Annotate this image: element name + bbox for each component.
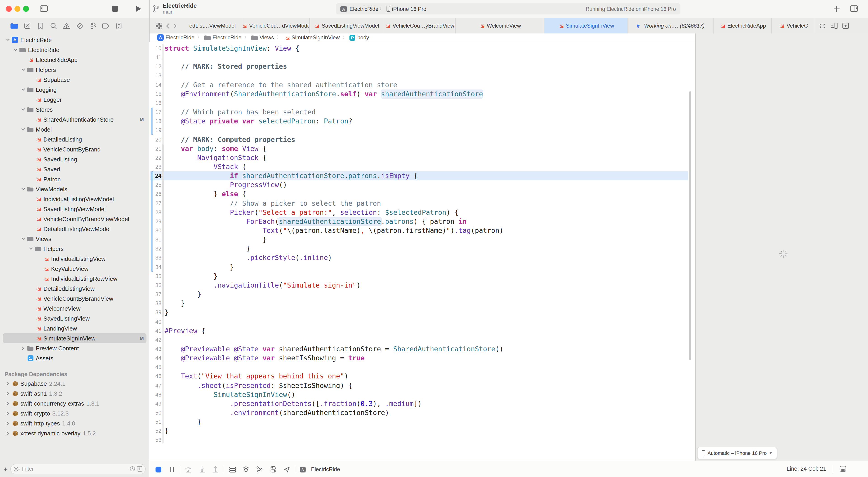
code-line-36[interactable]: .navigationTitle("Simulate sign-in")	[164, 281, 361, 290]
breadcrumb-item[interactable]: ElectricRide	[157, 34, 194, 41]
sidebar-item-swift-asn1[interactable]: swift-asn11.3.2	[0, 388, 149, 398]
code-line-46[interactable]: Text("View that appears behind this one"…	[164, 372, 348, 381]
code-line-37[interactable]: }	[164, 290, 202, 299]
sidebar-item-vehiclecountbybrand[interactable]: VehicleCountByBrand	[0, 144, 149, 154]
inspector-toggle-icon[interactable]	[850, 5, 858, 12]
sidebar-item-swift-http-types[interactable]: swift-http-types1.4.0	[0, 418, 149, 428]
code-line-15[interactable]: @Environment(SharedAuthenticationStore.s…	[164, 90, 483, 98]
go-back-icon[interactable]	[166, 23, 169, 29]
sidebar-item-vehiclecountbybrandview[interactable]: VehicleCountByBrandView	[0, 293, 149, 303]
sidebar-item-electricride[interactable]: ElectricRide	[0, 35, 149, 45]
breadcrumb-item[interactable]: SimulateSignInView	[284, 34, 340, 41]
sidebar-item-individuallistingviewmodel[interactable]: IndividualListingViewModel	[0, 194, 149, 204]
code-line-29[interactable]: ForEach(sharedAuthenticationStore.patron…	[164, 217, 467, 226]
sidebar-item-helpers[interactable]: Helpers	[0, 244, 149, 254]
disclosure-down-icon[interactable]	[4, 38, 11, 41]
destination-name[interactable]: iPhone 16 Pro	[392, 6, 426, 12]
disclosure-down-icon[interactable]	[20, 188, 26, 190]
scheme-destination-bar[interactable]: A ElectricRide 〉 iPhone 16 Pro Running E…	[336, 3, 680, 14]
code-line-30[interactable]: Text("\(patron.lastName), \(patron.first…	[164, 226, 503, 235]
breakpoints-toggle-icon[interactable]	[153, 464, 164, 475]
tab-vehiclecou-dviewmodel[interactable]: VehicleCou…dViewModel	[243, 18, 310, 33]
sidebar-item-vehiclecountbybrandviewmodel[interactable]: VehicleCountByBrandViewModel	[0, 214, 149, 224]
sidebar-item-sharedauthenticationstore[interactable]: SharedAuthenticationStoreM	[0, 114, 149, 124]
source-editor[interactable]: 10struct SimulateSignInView: View {1112 …	[149, 42, 695, 461]
library-plus-button[interactable]	[833, 5, 840, 12]
add-file-button[interactable]: +	[4, 465, 8, 473]
code-line-35[interactable]: }	[164, 272, 218, 281]
sidebar-item-savedlisting[interactable]: SavedListing	[0, 154, 149, 164]
breadcrumb-item[interactable]: Pbody	[350, 34, 369, 41]
code-line-14[interactable]: // Get a reference to the shared authent…	[164, 80, 397, 89]
editor-scrollbar[interactable]	[689, 91, 691, 360]
project-navigator-icon[interactable]	[9, 21, 19, 31]
code-line-50[interactable]: .environment(sharedAuthenticationStore)	[164, 408, 389, 417]
pause-icon[interactable]	[166, 464, 177, 475]
sidebar-item-detailedlistingviewmodel[interactable]: DetailedListingViewModel	[0, 224, 149, 234]
sidebar-item-viewmodels[interactable]: ViewModels	[0, 184, 149, 194]
code-line-52[interactable]: }	[164, 426, 168, 436]
tab-vehiclec[interactable]: VehicleC	[772, 18, 814, 33]
code-line-33[interactable]: .pickerStyle(.inline)	[164, 254, 332, 263]
go-forward-icon[interactable]	[173, 23, 177, 29]
code-line-47[interactable]: .sheet(isPresented: $sheetIsShowing) {	[164, 381, 352, 390]
code-line-38[interactable]: }	[164, 299, 185, 308]
code-line-23[interactable]: VStack {	[164, 162, 246, 171]
issue-navigator-icon[interactable]	[61, 21, 71, 31]
source-control-status-icon[interactable]	[137, 466, 143, 472]
sidebar-item-detailedlisting[interactable]: DetailedListing	[0, 134, 149, 144]
code-line-21[interactable]: var body: some View {	[164, 144, 267, 153]
tab-savedlistingviewmodel[interactable]: SavedListingViewModel	[310, 18, 383, 33]
environment-overrides-icon[interactable]	[268, 464, 278, 475]
debug-navigator-icon[interactable]	[88, 21, 98, 31]
sidebar-item-keyvalueview[interactable]: KeyValueView	[0, 264, 149, 273]
step-over-icon[interactable]	[183, 464, 194, 475]
sidebar-item-detailedlistingview[interactable]: DetailedListingView	[0, 284, 149, 293]
disclosure-right-icon[interactable]	[4, 431, 11, 435]
simulate-location-icon[interactable]	[281, 464, 292, 475]
code-line-20[interactable]: // MARK: Computed properties	[164, 135, 295, 144]
disclosure-down-icon[interactable]	[20, 68, 26, 71]
disclosure-right-icon[interactable]	[4, 401, 11, 405]
sidebar-item-simulatesigninview[interactable]: SimulateSignInViewM	[0, 333, 149, 343]
code-line-43[interactable]: @Previewable @State var sharedAuthentica…	[164, 345, 503, 354]
tab-simulatesigninview[interactable]: SimulateSignInView	[544, 18, 628, 33]
sidebar-item-xctest-dynamic-overlay[interactable]: xctest-dynamic-overlay1.5.2	[0, 428, 149, 438]
code-line-26[interactable]: } else {	[164, 190, 246, 199]
sidebar-item-views[interactable]: Views	[0, 234, 149, 244]
code-line-31[interactable]: }	[164, 235, 267, 244]
sidebar-item-stores[interactable]: Stores	[0, 105, 149, 114]
close-window-button[interactable]	[6, 6, 12, 12]
code-line-12[interactable]: // MARK: Stored properties	[164, 62, 287, 71]
run-button[interactable]	[135, 5, 142, 12]
tab-electricrideapp[interactable]: ElectricRideApp	[714, 18, 772, 33]
disclosure-down-icon[interactable]	[20, 237, 26, 240]
disclosure-down-icon[interactable]	[20, 108, 26, 111]
tab-working-on-6246617-[interactable]: #Working on…. (6246617)	[628, 18, 714, 33]
step-out-icon[interactable]	[210, 464, 221, 475]
code-line-25[interactable]: ProgressView()	[164, 181, 287, 190]
recent-files-icon[interactable]	[130, 466, 135, 472]
disclosure-right-icon[interactable]	[4, 381, 11, 385]
sidebar-item-electricride[interactable]: ElectricRide	[0, 45, 149, 55]
view-hierarchy-icon[interactable]	[227, 464, 238, 475]
sidebar-item-patron[interactable]: Patron	[0, 174, 149, 184]
sidebar-item-swift-concurrency-extras[interactable]: swift-concurrency-extras1.3.1	[0, 398, 149, 408]
code-line-10[interactable]: struct SimulateSignInView: View {	[164, 44, 299, 53]
sidebar-item-savedlistingview[interactable]: SavedListingView	[0, 313, 149, 323]
code-line-39[interactable]: }	[164, 308, 168, 317]
breadcrumb-item[interactable]: ElectricRide	[204, 34, 241, 41]
stop-button[interactable]	[112, 6, 118, 12]
sidebar-item-model[interactable]: Model	[0, 124, 149, 134]
sidebar-item-welcomeview[interactable]: WelcomeView	[0, 303, 149, 313]
find-navigator-icon[interactable]	[49, 21, 58, 31]
code-line-44[interactable]: @Previewable @State var sheetIsShowing =…	[164, 354, 365, 363]
sidebar-item-individuallistingrowview[interactable]: IndividualListingRowView	[0, 273, 149, 284]
code-line-18[interactable]: @State private var selectedPatron: Patro…	[164, 117, 352, 126]
sidebar-item-swift-crypto[interactable]: swift-crypto3.12.3	[0, 408, 149, 418]
minimize-window-button[interactable]	[14, 6, 20, 12]
tab-edlist-viewmodel[interactable]: edList…ViewModel	[182, 18, 243, 33]
disclosure-right-icon[interactable]	[4, 411, 11, 415]
disclosure-down-icon[interactable]	[28, 247, 34, 250]
bookmark-navigator-icon[interactable]	[35, 21, 45, 31]
